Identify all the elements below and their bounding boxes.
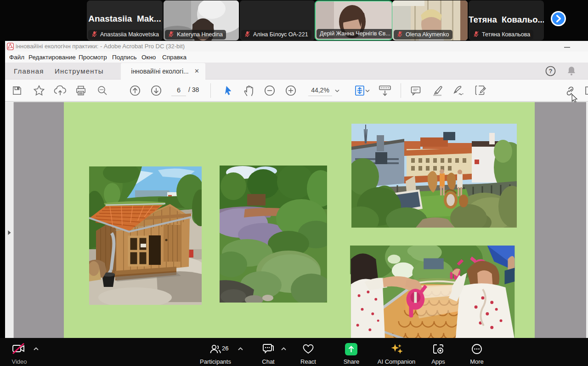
svg-text:?: ? xyxy=(549,68,553,74)
